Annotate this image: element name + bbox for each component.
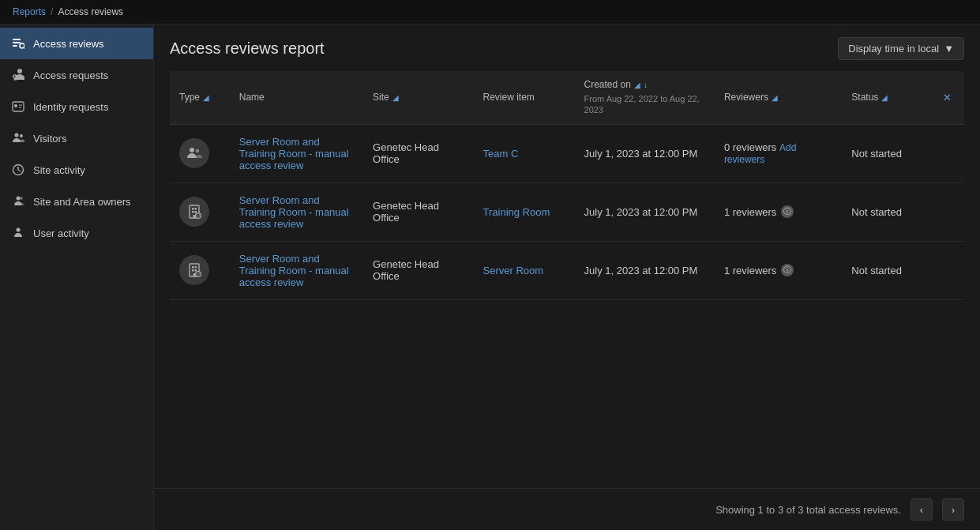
sidebar-item-access-reviews[interactable]: Access reviews — [0, 28, 153, 59]
svg-rect-2 — [13, 45, 17, 47]
col-header-site: Site ◢ — [363, 71, 473, 124]
row-name-link[interactable]: Server Room and Training Room - manual a… — [239, 136, 349, 171]
table-container: Type ◢ Name Site ◢ — [154, 71, 980, 488]
row-review-item-link[interactable]: Training Room — [483, 206, 550, 218]
type-filter-icon[interactable]: ◢ — [203, 93, 209, 102]
svg-rect-19 — [192, 211, 194, 213]
svg-point-5 — [13, 75, 17, 78]
prev-page-button[interactable]: ‹ — [911, 498, 933, 521]
sidebar-item-access-requests[interactable]: Access requests — [0, 59, 153, 91]
table-row: Q Server Room and Training Room - manual… — [170, 182, 964, 241]
svg-text:Q: Q — [197, 271, 200, 276]
table-footer: Showing 1 to 3 of 3 total access reviews… — [154, 488, 980, 530]
access-reviews-table: Type ◢ Name Site ◢ — [170, 71, 964, 300]
row-site-value: Genetec Head Office — [373, 200, 439, 224]
table-row: Q Server Room and Training Room - manual… — [170, 241, 964, 299]
reviewers-info-icon[interactable]: ⓘ — [781, 264, 794, 276]
svg-rect-17 — [192, 208, 194, 210]
reviewers-filter-icon[interactable]: ◢ — [772, 93, 778, 102]
row-name-link[interactable]: Server Room and Training Room - manual a… — [239, 194, 349, 230]
sidebar-item-label-site-area-owners: Site and Area owners — [33, 196, 131, 208]
breadcrumb: Reports / Access reviews — [0, 0, 980, 24]
row-status-value: Not started — [851, 206, 902, 218]
next-page-button[interactable]: › — [942, 498, 964, 521]
display-time-button[interactable]: Display time in local ▼ — [838, 37, 964, 60]
row-reviewers-cell: 0 reviewers Add reviewers — [715, 124, 842, 182]
svg-point-3 — [20, 43, 24, 48]
reviewers-info-icon[interactable]: ⓘ — [781, 205, 794, 218]
svg-rect-27 — [192, 269, 194, 272]
row-action-cell — [933, 124, 964, 182]
svg-rect-26 — [195, 266, 197, 269]
svg-line-4 — [24, 47, 24, 48]
row-name-cell: Server Room and Training Room - manual a… — [230, 182, 363, 241]
svg-point-9 — [20, 134, 23, 137]
date-range-subtitle: From Aug 22, 2022 to Aug 22, 2023 — [584, 93, 705, 116]
row-status-cell: Not started — [842, 241, 933, 299]
svg-point-15 — [196, 149, 199, 152]
sidebar-item-site-area-owners[interactable]: Site and Area owners — [0, 186, 153, 217]
site-filter-icon[interactable]: ◢ — [392, 93, 399, 102]
site-activity-icon — [11, 163, 25, 177]
table-header-row: Type ◢ Name Site ◢ — [170, 71, 964, 124]
page-title: Access reviews report — [170, 39, 325, 58]
showing-text: Showing 1 to 3 of 3 total access reviews… — [715, 504, 901, 516]
row-reviewers-count: 1 reviewers — [724, 265, 776, 276]
created-on-sort-icon[interactable]: ↓ — [644, 81, 648, 89]
svg-rect-25 — [192, 266, 194, 269]
row-status-value: Not started — [851, 265, 902, 276]
clear-all-filters-icon[interactable]: ✕ — [943, 92, 952, 103]
row-site-cell: Genetec Head Office — [363, 182, 473, 241]
row-action-cell — [933, 182, 964, 241]
row-reviewers-count: 1 reviewers — [724, 206, 776, 218]
col-header-created-on: Created on ◢ ↓ From Aug 22, 2022 to Aug … — [575, 71, 715, 124]
svg-point-11 — [17, 197, 21, 201]
col-header-status: Status ◢ — [842, 71, 933, 124]
row-created-on-cell: July 1, 2023 at 12:00 PM — [575, 124, 715, 182]
site-area-owners-icon — [11, 194, 25, 209]
row-type-building-icon-2: Q — [179, 255, 209, 285]
row-reviewers-cell: 1 reviewers ⓘ — [715, 241, 842, 299]
svg-text:Q: Q — [197, 212, 200, 217]
access-reviews-icon — [11, 36, 25, 51]
svg-rect-6 — [13, 102, 24, 111]
sidebar-item-site-activity[interactable]: Site activity — [0, 154, 153, 186]
row-created-on-value: July 1, 2023 at 12:00 PM — [584, 265, 698, 276]
sidebar-item-user-activity[interactable]: User activity — [0, 217, 153, 249]
visitors-icon — [11, 131, 25, 145]
svg-rect-1 — [13, 42, 21, 43]
status-filter-icon[interactable]: ◢ — [881, 93, 888, 102]
row-type-icon-cell: Q — [170, 241, 230, 299]
row-name-link[interactable]: Server Room and Training Room - manual a… — [239, 253, 349, 288]
sidebar-item-visitors[interactable]: Visitors — [0, 122, 153, 154]
sidebar-item-label-user-activity: User activity — [33, 227, 89, 239]
breadcrumb-reports[interactable]: Reports — [13, 6, 46, 17]
sidebar-item-label-site-activity: Site activity — [33, 164, 85, 176]
col-header-review-item: Review item — [474, 71, 575, 124]
row-site-value: Genetec Head Office — [373, 258, 439, 282]
col-header-clear: ✕ — [933, 71, 964, 124]
row-type-group-icon — [179, 138, 209, 168]
svg-point-7 — [14, 104, 17, 107]
row-status-cell: Not started — [842, 182, 933, 241]
row-site-cell: Genetec Head Office — [363, 124, 473, 182]
access-requests-icon — [11, 68, 25, 82]
content-area: Access reviews report Display time in lo… — [154, 24, 980, 530]
row-type-building-icon: Q — [179, 197, 209, 227]
sidebar-item-identity-requests[interactable]: Identity requests — [0, 91, 153, 122]
svg-point-13 — [17, 228, 21, 232]
row-name-cell: Server Room and Training Room - manual a… — [230, 241, 363, 299]
col-header-name: Name — [230, 71, 363, 124]
row-review-item-link[interactable]: Server Room — [483, 265, 544, 276]
sidebar: Access reviews Access requests Identit — [0, 24, 154, 530]
row-reviewers-cell: 1 reviewers ⓘ — [715, 182, 842, 241]
row-created-on-value: July 1, 2023 at 12:00 PM — [584, 148, 698, 160]
row-site-cell: Genetec Head Office — [363, 241, 473, 299]
row-status-cell: Not started — [842, 124, 933, 182]
row-created-on-cell: July 1, 2023 at 12:00 PM — [575, 241, 715, 299]
table-row: Server Room and Training Room - manual a… — [170, 124, 964, 182]
col-header-type: Type ◢ — [170, 71, 230, 124]
row-review-item-link[interactable]: Team C — [483, 148, 519, 160]
identity-requests-icon — [11, 100, 25, 114]
created-on-filter-icon[interactable]: ◢ — [634, 81, 640, 89]
